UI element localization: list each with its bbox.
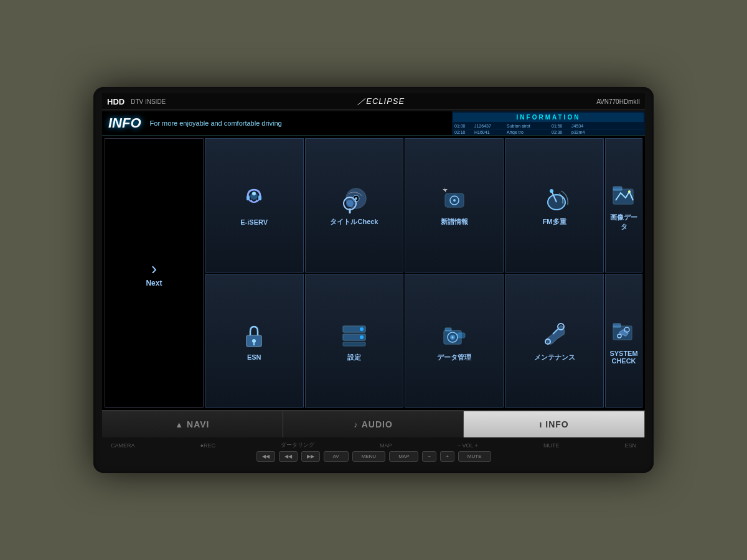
rec-label: ●REC [200,442,215,449]
brand-info: HDD DTV INSIDE [107,97,166,106]
esn-label: ESN [624,442,636,449]
model-number: AVN770HDmkII [596,98,640,105]
svg-point-33 [451,336,453,338]
menu-item-title-check[interactable]: タイトルCheck [305,138,404,273]
hdd-icon [337,319,371,350]
svg-point-23 [252,339,256,343]
menu-label-title-check: タイトルCheck [330,217,378,226]
svg-point-26 [360,327,364,331]
controls-bar: CAMERA ●REC ダータリング MAP − VOL + MUTE ESN … [102,437,645,464]
info-table-title: INFORMATION [453,113,644,122]
tab-audio[interactable]: ♪ AUDIO [283,411,464,437]
rewind-button[interactable]: ◀◀ [279,451,298,462]
svg-marker-14 [443,187,448,193]
info-title: INFO [108,115,141,131]
wrench-icon [538,319,571,350]
menu-label-esn: ESN [247,353,261,361]
next-label: Next [146,279,162,287]
menu-label-data-mgmt: データ管理 [437,353,471,362]
table-row: 02:10 H16041 Artge tro 02:30 p32m4 [453,129,644,135]
menu-item-e-iserv[interactable]: E-iSERV [205,138,304,273]
iserv-icon [237,185,271,216]
svg-point-4 [252,192,256,195]
vol-plus-button[interactable]: + [440,451,454,462]
menu-label-system-check: SYSTEM CHECK [609,350,638,365]
menu-item-system-check[interactable]: SYSTEM CHECK [605,274,642,408]
info-table-overlay: INFORMATION 01:00 J126437 Subton airot 0… [452,111,645,135]
vol-label: − VOL + [458,442,478,449]
table-row: 01:00 J126437 Subton airot 01:50 J4534 [453,123,644,129]
forward-button[interactable]: ▶▶ [301,451,320,462]
menu-button[interactable]: MENU [352,451,386,462]
menu-item-data-mgmt[interactable]: データ管理 [405,274,504,408]
svg-rect-3 [258,195,261,200]
tab-navi-label: NAVI [187,419,209,429]
mute-label: MUTE [543,442,560,449]
image-icon [607,179,641,210]
svg-rect-34 [458,333,465,338]
menu-item-image-data[interactable]: 画像データ [605,138,642,273]
svg-rect-40 [613,324,621,327]
screen-header: INFO For more enjoyable and comfortable … [102,111,645,136]
satellite-icon [538,184,571,215]
music-disc-icon [438,184,471,215]
svg-rect-35 [445,328,451,331]
next-arrow: › [151,259,157,279]
menu-label-image-data: 画像データ [609,213,638,231]
data-mgmt-icon [438,319,471,350]
mute-button[interactable]: MUTE [458,451,491,462]
menu-label-fm-multi: FM多重 [543,217,566,226]
svg-point-21 [628,190,631,193]
dtv-label: DTV INSIDE [131,98,166,105]
menu-item-maintenance[interactable]: メンテナンス [505,274,604,408]
menu-item-new-info[interactable]: 新譜情報 [405,138,504,273]
svg-point-28 [360,335,364,339]
menu-item-fm-multi[interactable]: FM多重 [505,138,604,273]
device: HDD DTV INSIDE ／ECLIPSE AVN770HDmkII INF… [93,87,654,473]
svg-point-18 [550,189,553,193]
menu-label-settings: 設定 [347,353,361,362]
disc-icon [337,184,371,215]
brand-hdd: HDD [107,97,125,106]
tab-navi[interactable]: ▲ NAVI [102,411,283,437]
tab-bar: ▲ NAVI ♪ AUDIO i INFO [102,410,645,437]
audio-icon: ♪ [354,420,359,429]
navi-icon: ▲ [175,420,184,429]
lock-icon [237,320,271,351]
menu-item-esn[interactable]: ESN [205,274,304,408]
menu-label-e-iserv: E-iSERV [240,218,268,226]
svg-rect-20 [613,187,622,190]
svg-rect-29 [343,342,365,346]
main-screen: INFO For more enjoyable and comfortable … [102,111,645,437]
svg-point-9 [346,200,354,207]
menu-label-new-info: 新譜情報 [441,217,468,226]
tab-info[interactable]: i INFO [464,411,645,437]
menu-grid: E-iSERV [102,136,645,410]
next-button[interactable]: › Next [105,138,204,408]
system-check-icon [607,316,641,347]
av-button[interactable]: AV [324,451,349,462]
camera-label: CAMERA [111,442,135,449]
controls-top-labels: CAMERA ●REC ダータリング MAP − VOL + MUTE ESN [108,441,639,449]
tab-audio-label: AUDIO [362,419,393,429]
top-bar: HDD DTV INSIDE ／ECLIPSE AVN770HDmkII [102,93,645,110]
map-button[interactable]: MAP [389,451,418,462]
vol-minus-button[interactable]: − [422,451,436,462]
menu-label-maintenance: メンテナンス [534,353,575,362]
map-label: MAP [380,442,392,449]
menu-item-settings[interactable]: 設定 [305,274,404,408]
tab-info-label: INFO [545,419,568,429]
svg-rect-2 [247,195,250,200]
info-icon: i [540,420,543,429]
eclipse-logo: ／ECLIPSE [357,96,405,107]
svg-point-13 [453,199,456,202]
hardware-buttons: ◀◀ ◀◀ ▶▶ AV MENU MAP − + MUTE [108,451,639,462]
prev-button[interactable]: ◀◀ [256,451,275,462]
data-ring-label: ダータリング [281,441,314,449]
